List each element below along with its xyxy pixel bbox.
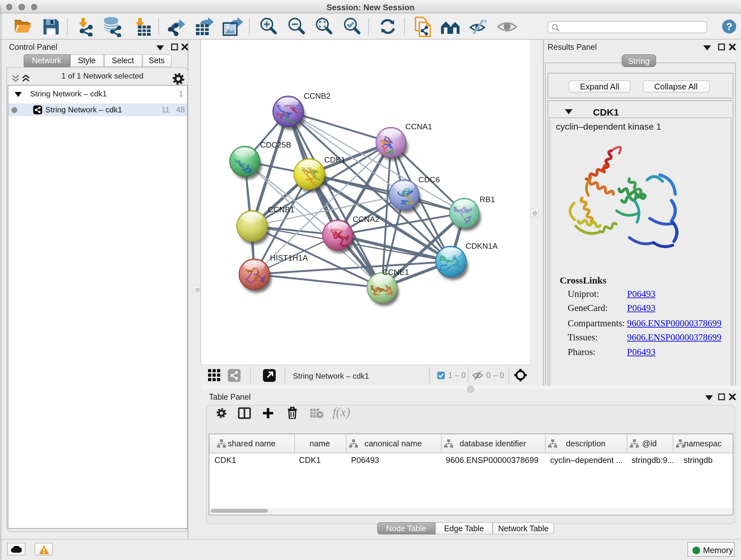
svg-text:CCNA1: CCNA1 bbox=[405, 122, 432, 131]
svg-text:CDK1: CDK1 bbox=[324, 155, 345, 164]
svg-text:CDC25B: CDC25B bbox=[260, 140, 291, 149]
svg-text:CCNB1: CCNB1 bbox=[268, 205, 294, 214]
svg-text:CCNB2: CCNB2 bbox=[304, 91, 331, 100]
svg-text:CDKN1A: CDKN1A bbox=[466, 242, 498, 250]
svg-text:CCNA2: CCNA2 bbox=[353, 215, 380, 224]
svg-text:?: ? bbox=[726, 21, 732, 32]
svg-text:CCNE1: CCNE1 bbox=[382, 268, 409, 276]
svg-text:CDC6: CDC6 bbox=[418, 175, 440, 184]
svg-text:HIST1H1A: HIST1H1A bbox=[270, 253, 308, 262]
svg-text:RB1: RB1 bbox=[480, 195, 495, 204]
